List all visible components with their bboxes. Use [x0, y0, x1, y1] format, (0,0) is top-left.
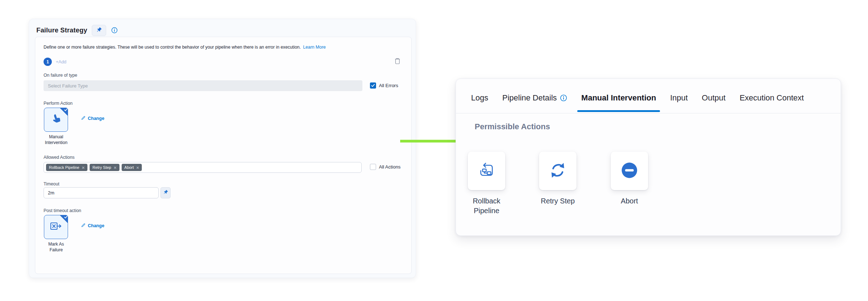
perform-action-caption: Manual Intervention — [37, 134, 76, 145]
post-timeout-label: Post timeout action — [44, 208, 81, 213]
tab-logs[interactable]: Logs — [471, 82, 488, 113]
pin-icon — [163, 189, 168, 196]
mark-as-failure-card[interactable] — [44, 215, 68, 239]
tab-execution-context[interactable]: Execution Context — [740, 82, 804, 113]
tab-input[interactable]: Input — [670, 82, 688, 113]
pin-button[interactable] — [92, 25, 106, 36]
rollback-pipeline-label: Rollback Pipeline — [466, 196, 507, 216]
perform-action-label: Perform Action — [44, 101, 73, 106]
description: Define one or more failure strategies. T… — [44, 44, 400, 50]
timeout-label: Timeout — [44, 181, 59, 187]
trash-icon — [394, 57, 401, 66]
pencil-icon — [81, 223, 86, 229]
failure-type-select[interactable] — [44, 80, 362, 91]
info-icon[interactable] — [111, 27, 118, 34]
retry-step-icon — [550, 162, 566, 180]
allowed-actions-input[interactable]: Rollback Pipeline × Retry Step × Abort × — [44, 162, 362, 173]
failure-strategy-form: Define one or more failure strategies. T… — [35, 37, 412, 274]
pin-icon — [96, 27, 102, 34]
remove-tag-icon[interactable]: × — [114, 165, 117, 170]
all-actions-checkbox[interactable]: All Actions — [370, 164, 401, 170]
info-icon[interactable] — [560, 94, 567, 102]
page: Failure Strategy Define one or more fail… — [0, 0, 868, 301]
allowed-actions-label: Allowed Actions — [44, 155, 74, 160]
strategy-index-badge[interactable]: 1 — [44, 58, 52, 66]
failure-strategy-panel: Failure Strategy Define one or more fail… — [29, 19, 416, 278]
timeout-field — [44, 187, 171, 198]
details-tabs: Logs Pipeline Details Manual Interventio… — [456, 79, 841, 113]
on-failure-label: On failure of type — [44, 73, 77, 78]
tag-retry-step[interactable]: Retry Step × — [90, 164, 119, 171]
all-errors-checkbox[interactable]: All Errors — [370, 82, 398, 89]
tab-manual-intervention[interactable]: Manual Intervention — [581, 82, 656, 113]
timeout-input[interactable] — [44, 187, 159, 198]
tab-pipeline-details[interactable]: Pipeline Details — [502, 82, 568, 113]
selected-check-icon — [60, 108, 68, 116]
learn-more-link[interactable]: Learn More — [303, 45, 326, 50]
change-action-button[interactable]: Change — [81, 116, 104, 121]
rollback-pipeline-icon — [478, 162, 495, 180]
pencil-icon — [81, 116, 86, 121]
abort-label: Abort — [609, 196, 650, 206]
tag-abort[interactable]: Abort × — [122, 164, 142, 171]
delete-strategy-button[interactable] — [393, 57, 402, 66]
remove-tag-icon[interactable]: × — [136, 165, 139, 170]
abort-icon — [621, 162, 638, 180]
remove-tag-icon[interactable]: × — [82, 165, 85, 170]
tab-output[interactable]: Output — [702, 82, 725, 113]
add-strategy-button[interactable]: +Add — [56, 59, 67, 64]
all-actions-label: All Actions — [379, 164, 401, 170]
abort-card[interactable] — [611, 152, 648, 190]
retry-step-card[interactable] — [539, 152, 577, 190]
retry-step-label: Retry Step — [538, 196, 578, 206]
panel-title: Failure Strategy — [36, 26, 87, 34]
manual-intervention-card[interactable] — [44, 108, 68, 132]
checkbox-unchecked-icon — [370, 164, 376, 170]
timeout-pin-button[interactable] — [161, 187, 171, 198]
post-timeout-caption: Mark As Failure — [37, 241, 76, 253]
tag-rollback-pipeline[interactable]: Rollback Pipeline × — [46, 164, 87, 171]
selected-check-icon — [60, 215, 68, 223]
change-post-timeout-button[interactable]: Change — [81, 223, 104, 229]
rollback-pipeline-card[interactable] — [468, 152, 505, 190]
failure-strategy-header: Failure Strategy — [36, 24, 118, 36]
all-errors-label: All Errors — [379, 83, 398, 88]
checkbox-checked-icon — [370, 82, 376, 89]
permissible-actions-title: Permissible Actions — [475, 122, 550, 131]
step-details-panel: Logs Pipeline Details Manual Interventio… — [456, 78, 841, 236]
